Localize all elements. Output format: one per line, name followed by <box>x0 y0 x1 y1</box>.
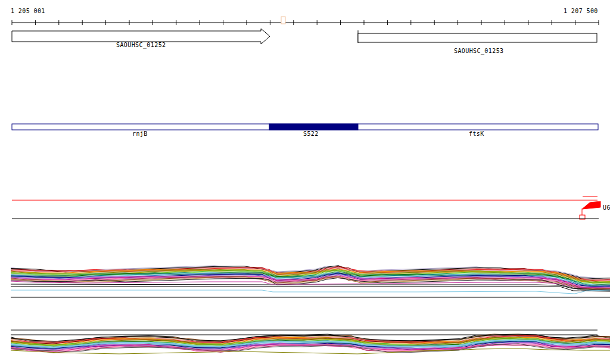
gene-label-saouhsc-01253: SAOUHSC_01253 <box>454 48 503 54</box>
annotation-label-s522: S522 <box>303 130 319 137</box>
coverage-band-lower-olive-bottom-envelope <box>11 349 610 354</box>
gene-box-saouhsc-01253[interactable] <box>358 33 597 42</box>
srna-flag[interactable] <box>582 201 600 209</box>
annotation-label-rnjb: rnjB <box>132 130 148 137</box>
annotation-label-ftsk: ftsK <box>469 130 484 137</box>
srna-flag-label: U6 <box>603 204 610 211</box>
coverage-band-upper-sky-low-line <box>11 290 610 294</box>
genome-browser-canvas <box>0 0 610 364</box>
annotation-s522-segment[interactable] <box>269 124 358 130</box>
gene-label-saouhsc-01252: SAOUHSC_01252 <box>116 42 166 48</box>
ruler-end-coordinate: 1 207 500 <box>564 8 598 14</box>
coverage-band-upper-rail-black-b <box>11 287 610 291</box>
ruler-cursor[interactable] <box>281 17 285 24</box>
ruler-start-coordinate: 1 205 001 <box>11 8 45 14</box>
